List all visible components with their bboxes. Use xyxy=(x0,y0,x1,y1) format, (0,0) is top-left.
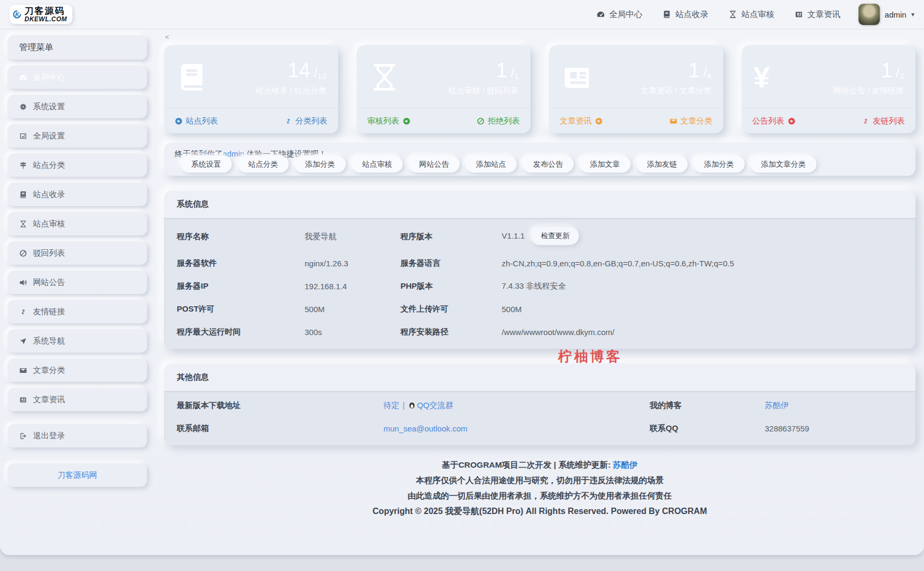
user-avatar[interactable] xyxy=(858,4,880,25)
nav-item-label: 文章资讯 xyxy=(807,9,840,20)
info-label: 我的博客 xyxy=(650,401,765,411)
sidebar-item-site-category[interactable]: 站点分类 xyxy=(7,153,147,177)
quick-button-4[interactable]: 站点审核 xyxy=(351,156,403,173)
user-menu[interactable]: admin ▾ xyxy=(858,4,914,25)
sidebar-item-site-review[interactable]: 站点审核 xyxy=(7,212,147,235)
sidebar-item-global-center[interactable]: 全局中心 xyxy=(7,66,147,89)
quick-button-10[interactable]: 添加分类 xyxy=(693,156,745,173)
card-link-announcement-list[interactable]: 公告列表 xyxy=(753,116,796,126)
caret-down-icon: ▾ xyxy=(911,11,914,18)
card-link-article-news[interactable]: 文章资讯 xyxy=(560,116,603,126)
brand-k-icon: K xyxy=(13,10,21,19)
newspaper-icon xyxy=(561,61,593,93)
nav-item-label: 站点收录 xyxy=(675,9,708,20)
signpost-icon xyxy=(19,161,27,169)
sidebar-item-global-config[interactable]: 全局设置 xyxy=(7,124,147,148)
other-info-row: 联系邮箱mun_sea@outlook.com联系QQ3288637559 xyxy=(177,417,903,440)
card-link-category-list[interactable]: 分类列表 xyxy=(284,116,328,126)
sidebar-item-site-announcement[interactable]: 网站公告 xyxy=(7,271,147,294)
sidebar-item-system-nav[interactable]: 系统导航 xyxy=(7,329,147,353)
logout-icon xyxy=(19,432,27,440)
system-info-title: 系统信息 xyxy=(164,191,915,218)
card-link-label: 文章分类 xyxy=(681,116,713,126)
stat-card-label: 站点收录 / 站点分类 xyxy=(256,86,326,96)
brand-name-en: DKEWL.COM xyxy=(24,16,67,23)
stat-card-numbers: 1 /4文章资讯 / 文章分类 xyxy=(641,59,712,96)
sidebar-item-article-category[interactable]: 文章分类 xyxy=(7,358,147,382)
stat-card-announcement-list: ¥1 /3网站公告 / 友情链接公告列表友链列表 xyxy=(742,45,916,133)
hourglass-icon xyxy=(729,10,737,19)
card-link-friendlink-list[interactable]: 友链列表 xyxy=(862,116,905,126)
stat-card-review-list: 1 /1站点审核 / 驳回列表审核列表拒绝列表 xyxy=(357,45,531,133)
footer-line-2: 本程序仅供个人合法用途使用与研究，切勿用于违反法律法规的场景 xyxy=(164,472,915,488)
info-value: V1.1.1检查更新 xyxy=(502,227,903,246)
info-value: 我爱导航 xyxy=(305,232,400,242)
quick-button-2[interactable]: 站点分类 xyxy=(238,156,289,173)
info-link[interactable]: 苏酷伊 xyxy=(765,401,789,410)
info-link[interactable]: QQ交流群 xyxy=(417,401,453,410)
stat-card-label: 文章资讯 / 文章分类 xyxy=(641,86,712,96)
sidebar-item-label: 友情链接 xyxy=(33,307,65,317)
check-update-button[interactable]: 检查更新 xyxy=(531,227,579,245)
info-label: 程序安装路径 xyxy=(400,327,502,337)
card-link-reject-list[interactable]: 拒绝列表 xyxy=(477,116,520,126)
card-link-site-list[interactable]: 站点列表 xyxy=(175,116,218,126)
navbar-menu: 全局中心站点收录站点审核文章资讯 xyxy=(596,9,840,20)
sidebar-item-article-news[interactable]: 文章资讯 xyxy=(7,388,147,411)
footer-line-3: 由此造成的一切后果由使用者承担，系统维护方不为使用者承担任何责任 xyxy=(164,488,915,503)
quick-button-6[interactable]: 添加站点 xyxy=(465,156,517,173)
sidebar-item-system-settings[interactable]: 系统设置 xyxy=(7,95,147,118)
stat-card-numbers: 1 /1站点审核 / 驳回列表 xyxy=(448,59,519,96)
card-link-label: 分类列表 xyxy=(296,116,328,126)
sidebar-item-reject-list[interactable]: 驳回列表 xyxy=(7,241,147,265)
info-value: 7.4.33 非线程安全 xyxy=(502,281,903,291)
info-link[interactable]: mun_sea@outlook.com xyxy=(383,424,468,433)
main-content: < 14 /12站点收录 / 站点分类站点列表分类列表1 /1站点审核 / 驳回… xyxy=(164,32,915,519)
sidebar: 管理菜单 全局中心系统设置全局设置站点分类站点收录站点审核驳回列表网站公告友情链… xyxy=(7,35,147,493)
system-info-card: 系统信息 程序名称我爱导航程序版本V1.1.1检查更新服务器软件nginx/1.… xyxy=(164,191,915,349)
quick-button-5[interactable]: 网站公告 xyxy=(408,156,460,173)
card-link-label: 拒绝列表 xyxy=(488,116,520,126)
watermark: 柠柚博客 xyxy=(558,347,622,366)
sidebar-item-logout[interactable]: 退出登录 xyxy=(7,424,147,447)
quick-button-7[interactable]: 发布公告 xyxy=(522,156,574,173)
info-label: 程序版本 xyxy=(400,232,502,242)
quick-button-9[interactable]: 添加友链 xyxy=(636,156,688,173)
quick-button-1[interactable]: 系统设置 xyxy=(181,156,232,173)
info-value: /www/wwwroot/www.dkym.com/ xyxy=(502,328,903,337)
nav-item-site-collection[interactable]: 站点收录 xyxy=(663,9,708,20)
nav-item-site-review[interactable]: 站点审核 xyxy=(729,9,774,20)
footer-maintainer-link[interactable]: 苏酷伊 xyxy=(613,460,638,469)
card-link-review-list[interactable]: 审核列表 xyxy=(367,116,411,126)
info-value: 500M xyxy=(305,305,400,314)
card-link-label: 审核列表 xyxy=(367,116,399,126)
stat-card-body: 14 /12站点收录 / 站点分类 xyxy=(164,45,338,108)
envelope-icon xyxy=(669,117,677,125)
quick-button-11[interactable]: 添加文章分类 xyxy=(750,156,816,173)
sidebar-collapse-toggle[interactable]: < xyxy=(165,33,171,41)
brand-name-cn: 刀客源码 xyxy=(24,6,67,16)
link-icon xyxy=(284,117,292,125)
footer-copyright: Copyright © 2025 我爱导航(52DH Pro) All Righ… xyxy=(164,503,915,519)
system-info-row: 程序名称我爱导航程序版本V1.1.1检查更新 xyxy=(177,221,903,252)
info-label: 程序最大运行时间 xyxy=(177,327,305,337)
system-info-row: 程序最大运行时间300s程序安装路径/www/wwwroot/www.dkym.… xyxy=(177,321,903,344)
sidebar-item-site-collection[interactable]: 站点收录 xyxy=(7,183,147,206)
system-info-row: 服务器IP192.168.1.4PHP版本7.4.33 非线程安全 xyxy=(177,275,903,298)
nav-item-label: 全局中心 xyxy=(609,9,642,20)
nav-item-article-news[interactable]: 文章资讯 xyxy=(795,9,840,20)
sidebar-site-link[interactable]: 刀客源码网 xyxy=(7,463,147,487)
nav-item-global-center[interactable]: 全局中心 xyxy=(596,9,642,20)
quick-button-8[interactable]: 添加文章 xyxy=(579,156,631,173)
username-label: admin xyxy=(885,10,906,19)
sidebar-item-friend-links[interactable]: 友情链接 xyxy=(7,300,147,323)
link-icon xyxy=(19,308,27,316)
arrow-circle-icon xyxy=(788,117,796,125)
info-value: mun_sea@outlook.com xyxy=(383,424,650,433)
quick-button-3[interactable]: 添加分类 xyxy=(295,156,346,173)
info-link[interactable]: 待定 xyxy=(383,401,399,410)
card-link-article-category[interactable]: 文章分类 xyxy=(669,116,713,126)
brand-logo[interactable]: K 刀客源码 DKEWL.COM xyxy=(10,5,72,24)
stat-card-site-list: 14 /12站点收录 / 站点分类站点列表分类列表 xyxy=(164,45,338,133)
card-link-label: 站点列表 xyxy=(186,116,218,126)
